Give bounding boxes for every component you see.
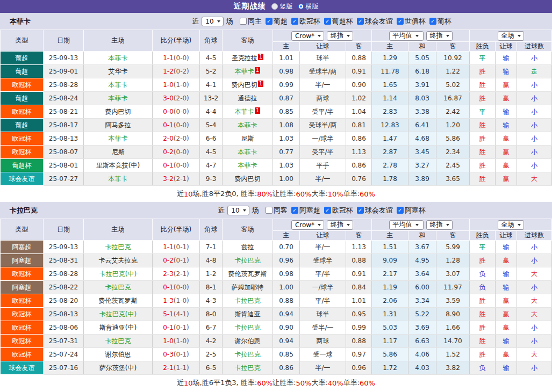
away-team: 本菲卡1 <box>223 65 273 78</box>
result-goals: 小 <box>517 52 552 65</box>
avg-source-select[interactable]: 平均值 <box>389 220 424 230</box>
away-team: 本菲卡 <box>223 146 273 159</box>
filter-checkbox[interactable] <box>324 18 331 25</box>
radio-icon[interactable] <box>299 4 303 9</box>
recent-count-select[interactable]: 10 <box>227 206 249 215</box>
odds-handicap: 两球 <box>300 335 346 348</box>
odds-stage-select[interactable]: 终指 <box>327 31 353 41</box>
scope-select[interactable]: 全场 <box>498 31 524 41</box>
score-cell: 0-1(0-0) <box>153 281 200 294</box>
filter-checkbox[interactable] <box>397 207 404 214</box>
corners: 5-2 <box>200 65 223 78</box>
result-goals: 小 <box>517 254 552 267</box>
team-label: 本菲卡 <box>109 81 128 89</box>
scope-select[interactable]: 全场 <box>498 220 524 230</box>
avg-source-select[interactable]: 平均值 <box>389 31 424 41</box>
summary-text: 单率: <box>343 189 360 199</box>
score-cell: 0-0(0-0) <box>153 105 200 119</box>
team-label: 尼斯 <box>112 148 125 156</box>
col-header-odds-away: 客 <box>346 231 372 241</box>
filter-checkbox[interactable] <box>291 18 298 25</box>
filter-checkbox[interactable] <box>357 18 364 25</box>
filter-checkbox[interactable] <box>324 207 331 214</box>
league-badge: 欧冠杯 <box>1 294 44 308</box>
filter-checkbox[interactable] <box>429 18 436 25</box>
corners: 8-1 <box>200 281 223 294</box>
avg-home: 1.17 <box>372 335 408 348</box>
result-handicap: 输 <box>496 65 517 78</box>
filter-checkbox[interactable] <box>291 207 298 214</box>
away-team: 本菲卡1 <box>223 105 273 119</box>
odds-home: 0.98 <box>273 267 300 281</box>
summary-stat-value: 10 <box>184 190 193 198</box>
odds-source-select[interactable]: Crow* <box>291 31 324 41</box>
recent-count-select[interactable]: 10 <box>202 17 223 26</box>
avg-away: 1.22 <box>436 65 470 78</box>
red-card-badge: 1 <box>258 54 263 60</box>
odds-home: 0.86 <box>273 361 300 375</box>
avg-home: 11.78 <box>372 65 408 78</box>
match-row: 球会友谊25-07-27本菲卡3-2(2-1)9-3费内巴切1.00半/一0.7… <box>1 172 552 186</box>
team-label: 卡拉巴克 <box>235 364 261 372</box>
result-outcome: 胜 <box>470 65 496 78</box>
filter-bar: 本菲卡 近 10 场 同主葡超欧冠杯葡超杯球会友谊世俱杯葡杯 <box>0 13 552 30</box>
away-team: 萨姆加耶特 <box>223 281 273 294</box>
halftime-score: (4-1) <box>174 310 189 318</box>
filter-checkbox-label: 欧冠杯 <box>299 17 320 26</box>
odds-handicap: 受半/一 <box>300 321 346 335</box>
fulltime-score: 2-3 <box>163 270 174 278</box>
avg-stage-select[interactable]: 终指 <box>426 220 453 230</box>
col-header-avg-draw: 和 <box>408 231 436 241</box>
halftime-score: (1-0) <box>174 297 189 304</box>
summary-text: 近 <box>177 378 184 388</box>
fulltime-score: 1-0 <box>163 337 174 345</box>
fulltime-score: 0-1 <box>163 324 174 331</box>
halftime-score: (2-1) <box>174 175 189 183</box>
odds-handicap: 平/半 <box>300 294 346 308</box>
away-team: 尼斯 <box>223 132 273 146</box>
radio-icon[interactable] <box>271 3 278 10</box>
result-handicap: 输 <box>496 52 517 65</box>
result-outcome: 胜 <box>470 146 496 159</box>
filter-checkbox[interactable] <box>240 18 247 25</box>
score-cell: 2-0(2-0) <box>153 132 200 146</box>
red-card-badge: 1 <box>255 107 260 114</box>
avg-home: 2.78 <box>372 159 408 172</box>
avg-away: 3.07 <box>436 267 470 281</box>
filter-checkbox[interactable] <box>397 18 404 25</box>
avg-draw: 5.22 <box>408 308 436 321</box>
result-outcome: 胜 <box>470 119 496 132</box>
match-row: 欧冠杯25-08-28卡拉巴克(中)2-3(2-1)1-2费伦茨瓦罗斯0.98平… <box>1 267 552 281</box>
filter-checkbox[interactable] <box>266 18 273 25</box>
layout-radio-vertical[interactable]: 竖版 <box>271 2 293 11</box>
layout-radio-horizontal[interactable]: 横版 <box>298 2 319 11</box>
col-header-home: 主场 <box>84 30 153 52</box>
odds-handicap: 球半 <box>300 52 346 65</box>
odds-stage-select[interactable]: 终指 <box>327 220 353 230</box>
away-team: 卡拉巴克 <box>223 361 273 375</box>
corners: 4-8 <box>200 254 223 267</box>
avg-source-header: 平均值 终指 <box>372 219 470 231</box>
team-label: 费内巴切 <box>105 108 131 115</box>
home-team: 卡云艾夫拉克 <box>84 254 153 267</box>
result-outcome: 胜 <box>470 308 496 321</box>
summary-stat-value: 60% <box>360 379 375 387</box>
avg-away: 14.70 <box>436 335 470 348</box>
result-handicap: 赢 <box>496 321 517 335</box>
away-team: 费内巴切1 <box>223 78 273 92</box>
home-team: 本菲卡 <box>84 78 153 92</box>
odds-home: 0.98 <box>273 65 300 78</box>
odds-source-select[interactable]: Crow* <box>291 220 324 230</box>
col-header-avg-draw: 和 <box>408 42 436 52</box>
avg-draw: 3.38 <box>408 105 436 119</box>
odds-handicap: 一/球半 <box>300 132 346 146</box>
fulltime-score: 3-2 <box>163 175 174 183</box>
filter-checkbox[interactable] <box>357 207 364 214</box>
home-team: 卡拉巴克 <box>84 281 153 294</box>
avg-stage-select[interactable]: 终指 <box>426 31 453 41</box>
match-date: 25-08-28 <box>44 78 84 92</box>
match-date: 25-08-28 <box>44 267 84 281</box>
filter-checkbox[interactable] <box>266 207 273 214</box>
match-row: 阿塞超25-09-13卡拉巴克1-1(0-1)7-1兹拉0.70半/一1.131… <box>1 241 552 254</box>
filter-checkbox-label: 欧冠杯 <box>332 206 353 215</box>
